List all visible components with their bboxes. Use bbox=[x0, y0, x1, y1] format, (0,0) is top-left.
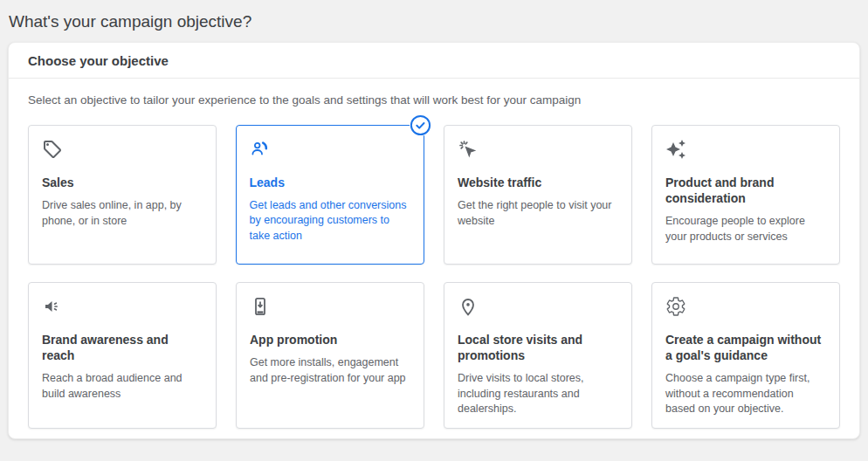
objective-card-leads[interactable]: LeadsGet leads and other conversions by … bbox=[236, 125, 424, 265]
objective-card-app-promotion[interactable]: App promotionGet more installs, engageme… bbox=[236, 282, 424, 429]
gear-icon bbox=[665, 296, 686, 317]
panel-body: Select an objective to tailor your exper… bbox=[9, 79, 859, 429]
panel-header: Choose your objective bbox=[9, 43, 859, 79]
objective-title: Leads bbox=[250, 175, 411, 190]
selected-check-icon bbox=[410, 114, 431, 136]
panel-subtitle: Select an objective to tailor your exper… bbox=[28, 93, 840, 107]
objective-description: Drive sales online, in app, by phone, or… bbox=[42, 198, 203, 229]
objective-description: Get leads and other conversions by encou… bbox=[250, 198, 411, 244]
price-tag-icon bbox=[42, 139, 63, 160]
objective-grid: SalesDrive sales online, in app, by phon… bbox=[28, 125, 840, 429]
objective-description: Drive visits to local stores, including … bbox=[458, 371, 618, 417]
objective-title: Sales bbox=[42, 175, 203, 190]
panel-header-title: Choose your objective bbox=[28, 53, 169, 68]
objective-card-website-traffic[interactable]: Website trafficGet the right people to v… bbox=[444, 125, 632, 265]
phone-download-icon bbox=[250, 296, 271, 317]
location-pin-icon bbox=[458, 296, 479, 317]
objective-description: Get more installs, engagement and pre-re… bbox=[250, 355, 410, 386]
objective-title: Product and brand consideration bbox=[665, 175, 826, 206]
objective-card-local-store-visits-and-promotions[interactable]: Local store visits and promotionsDrive v… bbox=[444, 282, 632, 429]
sparkles-icon bbox=[665, 139, 686, 160]
person-lead-icon bbox=[250, 139, 271, 160]
objective-card-sales[interactable]: SalesDrive sales online, in app, by phon… bbox=[28, 125, 217, 265]
objective-title: Create a campaign without a goal's guida… bbox=[665, 332, 826, 363]
objective-description: Get the right people to visit your websi… bbox=[458, 198, 618, 229]
page-title: What's your campaign objective? bbox=[0, 0, 868, 42]
objective-title: App promotion bbox=[250, 332, 410, 347]
objective-description: Encourage people to explore your product… bbox=[665, 214, 826, 244]
objective-description: Reach a broad audience and build awarene… bbox=[42, 371, 203, 402]
objective-title: Brand awareness and reach bbox=[42, 332, 203, 363]
objective-card-product-and-brand-consideration[interactable]: Product and brand considerationEncourage… bbox=[651, 125, 840, 265]
objective-description: Choose a campaign type first, without a … bbox=[665, 371, 826, 417]
objective-card-no-goal-guidance[interactable]: Create a campaign without a goal's guida… bbox=[651, 282, 840, 429]
megaphone-icon bbox=[42, 296, 63, 317]
cursor-click-icon bbox=[458, 139, 479, 160]
objective-title: Local store visits and promotions bbox=[458, 332, 618, 363]
objective-card-brand-awareness-and-reach[interactable]: Brand awareness and reachReach a broad a… bbox=[28, 282, 217, 429]
objective-title: Website traffic bbox=[458, 175, 618, 190]
choose-objective-panel: Choose your objective Select an objectiv… bbox=[8, 42, 860, 439]
